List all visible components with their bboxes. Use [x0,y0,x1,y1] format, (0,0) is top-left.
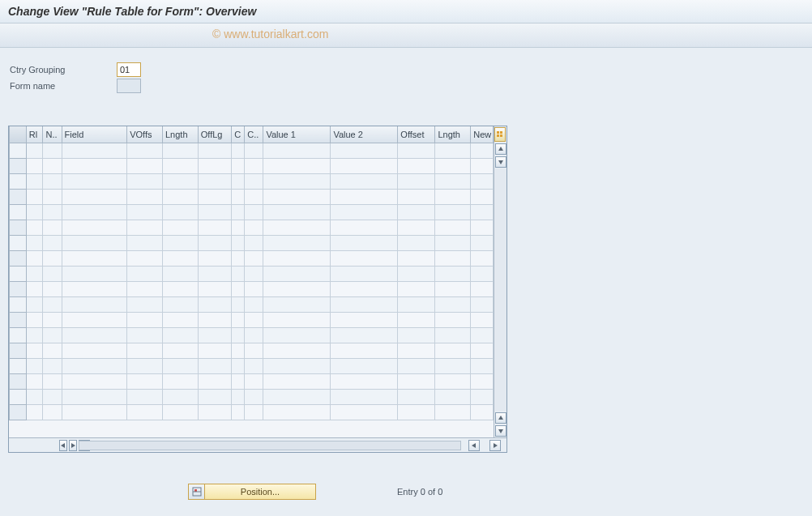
table-cell[interactable] [43,327,62,343]
table-cell[interactable] [232,266,245,281]
table-cell[interactable] [162,389,198,404]
table-cell[interactable] [127,358,163,373]
table-cell[interactable] [435,327,471,343]
table-cell[interactable] [471,327,494,343]
column-header-lngth2[interactable]: Lngth [435,126,471,143]
scroll-down-button-bottom[interactable] [495,425,506,437]
column-header-field[interactable]: Field [62,126,127,143]
table-cell[interactable] [263,204,331,220]
table-cell[interactable] [198,220,231,235]
table-cell[interactable] [62,204,127,220]
row-selector[interactable] [10,173,27,189]
ctry-grouping-input[interactable] [117,62,141,77]
table-cell[interactable] [435,220,471,235]
table-cell[interactable] [471,343,494,358]
table-cell[interactable] [331,189,398,204]
column-header-c2[interactable]: C.. [245,126,263,143]
table-cell[interactable] [398,404,435,420]
table-cell[interactable] [162,327,198,343]
table-cell[interactable] [263,220,331,235]
table-cell[interactable] [198,266,231,281]
table-cell[interactable] [245,312,263,327]
table-cell[interactable] [26,189,43,204]
row-selector[interactable] [10,343,27,358]
table-cell[interactable] [398,389,435,404]
table-cell[interactable] [435,343,471,358]
table-cell[interactable] [398,220,435,235]
column-header-voffs[interactable]: VOffs [127,126,163,143]
table-cell[interactable] [331,389,398,404]
table-cell[interactable] [43,189,62,204]
table-cell[interactable] [398,250,435,266]
table-cell[interactable] [162,266,198,281]
column-header-c1[interactable]: C [232,126,245,143]
table-cell[interactable] [26,235,43,250]
table-cell[interactable] [43,204,62,220]
table-cell[interactable] [127,204,163,220]
position-button[interactable]: Position... [188,484,316,500]
row-selector[interactable] [10,296,27,312]
table-cell[interactable] [245,158,263,173]
vertical-scrollbar[interactable] [494,126,506,437]
table-cell[interactable] [26,373,43,389]
table-cell[interactable] [26,281,43,296]
column-header-lngth1[interactable]: Lngth [162,126,198,143]
scroll-right-button[interactable] [69,440,77,451]
table-cell[interactable] [198,312,231,327]
table-cell[interactable] [26,296,43,312]
table-cell[interactable] [62,312,127,327]
table-cell[interactable] [127,296,163,312]
table-cell[interactable] [331,220,398,235]
scroll-up-button[interactable] [495,143,506,155]
table-cell[interactable] [245,389,263,404]
column-header-offlg[interactable]: OffLg [198,126,231,143]
table-cell[interactable] [162,189,198,204]
table-cell[interactable] [162,373,198,389]
row-selector[interactable] [10,312,27,327]
table-cell[interactable] [232,204,245,220]
table-cell[interactable] [62,143,127,158]
table-cell[interactable] [232,358,245,373]
table-cell[interactable] [331,173,398,189]
table-cell[interactable] [43,250,62,266]
table-cell[interactable] [398,343,435,358]
table-cell[interactable] [263,358,331,373]
table-cell[interactable] [398,281,435,296]
table-cell[interactable] [162,296,198,312]
scroll-up-button-bottom[interactable] [495,412,506,424]
table-cell[interactable] [43,343,62,358]
table-cell[interactable] [435,296,471,312]
table-cell[interactable] [471,173,494,189]
table-cell[interactable] [263,327,331,343]
row-selector[interactable] [10,373,27,389]
table-cell[interactable] [471,250,494,266]
table-cell[interactable] [127,189,163,204]
form-name-input[interactable] [117,79,141,93]
table-cell[interactable] [398,266,435,281]
table-cell[interactable] [198,281,231,296]
table-cell[interactable] [232,173,245,189]
table-cell[interactable] [245,250,263,266]
table-cell[interactable] [43,296,62,312]
table-cell[interactable] [263,312,331,327]
table-cell[interactable] [43,312,62,327]
table-cell[interactable] [62,404,127,420]
table-cell[interactable] [26,327,43,343]
scroll-left-button-right[interactable] [468,440,480,451]
table-cell[interactable] [263,343,331,358]
table-cell[interactable] [331,373,398,389]
table-cell[interactable] [127,404,163,420]
row-selector[interactable] [10,158,27,173]
table-cell[interactable] [471,312,494,327]
table-cell[interactable] [232,404,245,420]
table-cell[interactable] [471,220,494,235]
table-cell[interactable] [62,158,127,173]
table-config-button[interactable] [494,127,506,142]
table-cell[interactable] [62,389,127,404]
table-cell[interactable] [62,343,127,358]
table-cell[interactable] [263,404,331,420]
table-cell[interactable] [26,389,43,404]
table-cell[interactable] [43,158,62,173]
row-selector[interactable] [10,189,27,204]
table-cell[interactable] [43,266,62,281]
